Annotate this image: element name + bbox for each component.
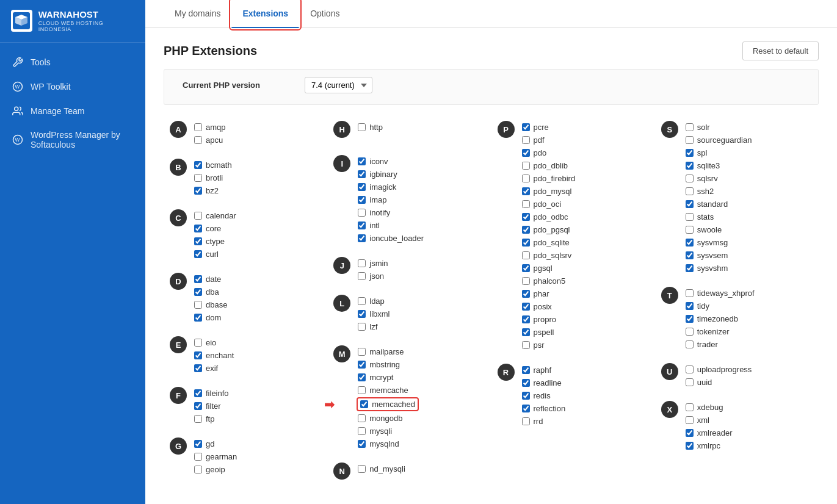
ext-ftp-checkbox[interactable] <box>194 415 202 423</box>
ext-tideways-checkbox[interactable] <box>686 289 694 297</box>
ext-sqlsrv-checkbox[interactable] <box>686 175 694 182</box>
ext-reflection-checkbox[interactable] <box>522 405 530 412</box>
ext-imagick-checkbox[interactable] <box>358 183 366 191</box>
ext-pspell-checkbox[interactable] <box>522 328 530 336</box>
ext-iconv-checkbox[interactable] <box>358 157 366 165</box>
ext-calendar-checkbox[interactable] <box>194 212 202 220</box>
ext-mysqli-checkbox[interactable] <box>358 427 366 435</box>
ext-intl-checkbox[interactable] <box>358 221 366 229</box>
ext-spl-checkbox[interactable] <box>686 149 694 157</box>
ext-xmlreader-checkbox[interactable] <box>686 429 694 437</box>
reset-to-default-button[interactable]: Reset to default <box>742 41 819 60</box>
ext-uploadprogress-checkbox[interactable] <box>686 365 694 373</box>
ext-solr-checkbox[interactable] <box>686 123 694 131</box>
ext-readline-checkbox[interactable] <box>522 379 530 387</box>
ext-pdomysql-checkbox[interactable] <box>522 187 530 195</box>
ext-posix-checkbox[interactable] <box>522 303 530 311</box>
ext-lzf-checkbox[interactable] <box>358 323 366 331</box>
ext-imap-checkbox[interactable] <box>358 196 366 204</box>
php-version-select[interactable]: 7.4 (current) <box>305 77 372 93</box>
ext-exif-checkbox[interactable] <box>194 364 202 372</box>
ext-jsmin-checkbox[interactable] <box>358 259 366 267</box>
ext-inotify-checkbox[interactable] <box>358 209 366 217</box>
ext-mongodb-checkbox[interactable] <box>358 414 366 422</box>
ext-pdosqlsrv-checkbox[interactable] <box>522 251 530 259</box>
ext-ssh2-checkbox[interactable] <box>686 187 694 195</box>
tab-extensions[interactable]: Extensions <box>231 0 299 28</box>
ext-xmlrpc-checkbox[interactable] <box>686 442 694 450</box>
ext-amqp-checkbox[interactable] <box>194 123 202 131</box>
ext-ctype-checkbox[interactable] <box>194 237 202 245</box>
ext-date-checkbox[interactable] <box>194 275 202 283</box>
ext-phalcon5-checkbox[interactable] <box>522 277 530 285</box>
ext-pdodblib-checkbox[interactable] <box>522 162 530 170</box>
ext-psr-checkbox[interactable] <box>522 341 530 349</box>
ext-geoip-checkbox[interactable] <box>194 466 202 473</box>
ext-eio-checkbox[interactable] <box>194 339 202 347</box>
ext-sysvshm-checkbox[interactable] <box>686 264 694 272</box>
ext-ldap-checkbox[interactable] <box>358 297 366 305</box>
ext-pdooci-checkbox[interactable] <box>522 200 530 208</box>
ext-dom-checkbox[interactable] <box>194 314 202 322</box>
ext-memcache-checkbox[interactable] <box>358 386 366 394</box>
letter-U: U <box>661 363 678 380</box>
ext-igbinary-checkbox[interactable] <box>358 170 366 178</box>
ext-xml-checkbox[interactable] <box>686 416 694 424</box>
ext-sysvsem-checkbox[interactable] <box>686 251 694 259</box>
ext-pgsql-checkbox[interactable] <box>522 264 530 272</box>
ext-dbase-checkbox[interactable] <box>194 301 202 309</box>
ext-enchant-checkbox[interactable] <box>194 351 202 359</box>
ext-tokenizer-checkbox[interactable] <box>686 328 694 336</box>
ext-curl-checkbox[interactable] <box>194 250 202 258</box>
ext-timezonedb-checkbox[interactable] <box>686 315 694 323</box>
ext-tidy-checkbox[interactable] <box>686 302 694 310</box>
ext-apcu-checkbox[interactable] <box>194 136 202 144</box>
tab-options[interactable]: Options <box>299 0 350 28</box>
ext-memcached-checkbox[interactable] <box>360 400 368 408</box>
ext-libxml-checkbox[interactable] <box>358 310 366 318</box>
ext-ioncube-checkbox[interactable] <box>358 234 366 242</box>
ext-pcre-checkbox[interactable] <box>522 123 530 131</box>
ext-http-checkbox[interactable] <box>358 123 366 131</box>
ext-propro-checkbox[interactable] <box>522 315 530 323</box>
ext-redis-checkbox[interactable] <box>522 392 530 400</box>
ext-pdo-checkbox[interactable] <box>522 149 530 157</box>
ext-mbstring-checkbox[interactable] <box>358 361 366 369</box>
ext-pdosqlite-checkbox[interactable] <box>522 239 530 247</box>
ext-raphf-checkbox[interactable] <box>522 366 530 374</box>
ext-gearman-checkbox[interactable] <box>194 453 202 461</box>
ext-rrd-checkbox[interactable] <box>522 417 530 425</box>
ext-stats-checkbox[interactable] <box>686 213 694 221</box>
ext-fileinfo-checkbox[interactable] <box>194 389 202 397</box>
ext-uuid-checkbox[interactable] <box>686 378 694 386</box>
sidebar-item-wptoolkit[interactable]: W WP Toolkit <box>0 74 145 99</box>
ext-phar-checkbox[interactable] <box>522 290 530 298</box>
ext-dba-checkbox[interactable] <box>194 288 202 296</box>
sidebar-item-manageteam[interactable]: Manage Team <box>0 99 145 123</box>
ext-pdf-checkbox[interactable] <box>522 136 530 144</box>
ext-swoole-checkbox[interactable] <box>686 226 694 234</box>
ext-brotli-checkbox[interactable] <box>194 174 202 182</box>
ext-bcmath-checkbox[interactable] <box>194 161 202 169</box>
ext-sqlite3-checkbox[interactable] <box>686 162 694 170</box>
ext-mailparse-checkbox[interactable] <box>358 348 366 356</box>
ext-mysqlnd-checkbox[interactable] <box>358 440 366 448</box>
ext-gd-checkbox[interactable] <box>194 440 202 448</box>
ext-filter-checkbox[interactable] <box>194 402 202 410</box>
ext-core-checkbox[interactable] <box>194 225 202 232</box>
ext-trader-checkbox[interactable] <box>686 340 694 348</box>
tab-mydomains[interactable]: My domains <box>164 0 231 28</box>
ext-ndmysqli-checkbox[interactable] <box>358 465 366 473</box>
ext-json-checkbox[interactable] <box>358 272 366 280</box>
ext-mcrypt-checkbox[interactable] <box>358 373 366 381</box>
sidebar-item-wpmanager[interactable]: W WordPress Manager by Softaculous <box>0 123 145 156</box>
ext-bz2-checkbox[interactable] <box>194 187 202 195</box>
ext-sourceguardian-checkbox[interactable] <box>686 136 694 144</box>
ext-pdofirebird-checkbox[interactable] <box>522 175 530 182</box>
ext-xdebug-checkbox[interactable] <box>686 403 694 411</box>
sidebar-item-tools[interactable]: Tools <box>0 50 145 74</box>
ext-sysvmsg-checkbox[interactable] <box>686 239 694 247</box>
ext-pdoodbc-checkbox[interactable] <box>522 213 530 221</box>
ext-standard-checkbox[interactable] <box>686 200 694 208</box>
ext-pdopgsql-checkbox[interactable] <box>522 226 530 234</box>
